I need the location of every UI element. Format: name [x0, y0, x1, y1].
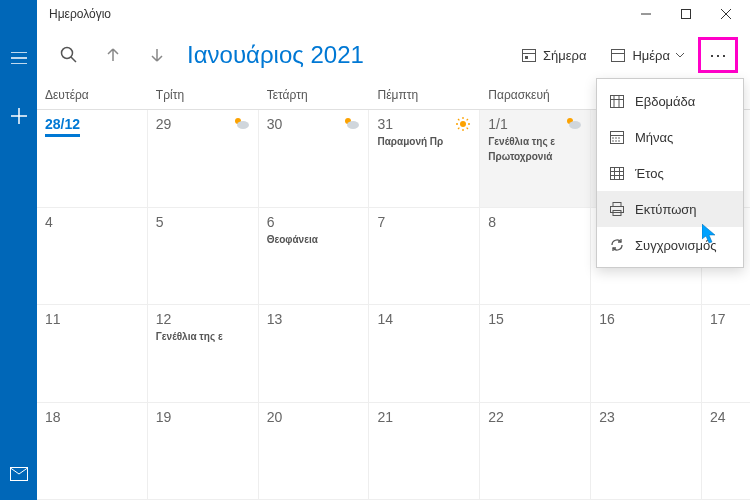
menu-item-label: Μήνας — [635, 130, 673, 145]
day-cell[interactable]: 19 — [148, 403, 259, 500]
svg-point-9 — [347, 121, 359, 129]
day-number: 20 — [267, 409, 283, 425]
weather-icon — [455, 116, 471, 132]
svg-point-2 — [62, 48, 73, 59]
svg-point-7 — [237, 121, 249, 129]
day-cell[interactable]: 31Παραμονή Πρ — [369, 110, 480, 207]
svg-point-12 — [569, 121, 581, 129]
mail-button[interactable] — [1, 456, 37, 492]
today-button[interactable]: Σήμερα — [511, 41, 596, 69]
more-button[interactable]: ⋯ — [698, 37, 738, 73]
day-number: 31 — [377, 116, 393, 132]
month-icon — [609, 129, 625, 145]
day-number: 16 — [599, 311, 615, 327]
weather-icon — [564, 116, 582, 130]
view-day-button[interactable]: Ημέρα — [600, 41, 694, 69]
close-button[interactable] — [706, 0, 746, 28]
prev-button[interactable] — [93, 35, 133, 75]
menu-item-month[interactable]: Μήνας — [597, 119, 743, 155]
event-label[interactable]: Γενέθλια της ε — [488, 136, 582, 147]
add-event-button[interactable] — [1, 98, 37, 134]
dow-header: Παρασκευή — [480, 82, 591, 109]
day-cell[interactable]: 5 — [148, 208, 259, 305]
minimize-button[interactable] — [626, 0, 666, 28]
menu-item-week[interactable]: Εβδομάδα — [597, 83, 743, 119]
day-number: 4 — [45, 214, 53, 230]
day-number: 28/12 — [45, 116, 80, 137]
weather-icon — [342, 116, 360, 130]
month-title[interactable]: Ιανουάριος 2021 — [187, 41, 507, 69]
menu-item-year[interactable]: Έτος — [597, 155, 743, 191]
menu-button[interactable] — [1, 40, 37, 76]
day-number: 8 — [488, 214, 496, 230]
dow-header: Τρίτη — [148, 82, 259, 109]
day-number: 23 — [599, 409, 615, 425]
event-label[interactable]: Πρωτοχρονιά — [488, 151, 582, 162]
menu-item-label: Εβδομάδα — [635, 94, 695, 109]
menu-item-print[interactable]: Εκτύπωση — [597, 191, 743, 227]
day-cell[interactable]: 6Θεοφάνεια — [259, 208, 370, 305]
day-number: 18 — [45, 409, 61, 425]
day-cell[interactable]: 28/12 — [37, 110, 148, 207]
day-number: 19 — [156, 409, 172, 425]
svg-point-10 — [460, 121, 466, 127]
day-cell[interactable]: 12Γενέθλια της ε — [148, 305, 259, 402]
day-number: 7 — [377, 214, 385, 230]
day-number: 24 — [710, 409, 726, 425]
day-cell[interactable]: 7 — [369, 208, 480, 305]
search-button[interactable] — [49, 35, 89, 75]
chevron-down-icon — [676, 53, 684, 58]
day-number: 21 — [377, 409, 393, 425]
svg-rect-3 — [522, 50, 535, 62]
day-cell[interactable]: 16 — [591, 305, 702, 402]
day-cell[interactable]: 22 — [480, 403, 591, 500]
svg-rect-1 — [682, 10, 691, 19]
menu-item-label: Έτος — [635, 166, 664, 181]
menu-item-label: Εκτύπωση — [635, 202, 697, 217]
day-cell[interactable]: 8 — [480, 208, 591, 305]
event-label[interactable]: Γενέθλια της ε — [156, 331, 250, 342]
weather-icon — [232, 116, 250, 130]
event-label[interactable]: Παραμονή Πρ — [377, 136, 471, 147]
day-cell[interactable]: 15 — [480, 305, 591, 402]
day-cell[interactable]: 1/1Γενέθλια της εΠρωτοχρονιά — [480, 110, 591, 207]
dow-header: Πέμπτη — [369, 82, 480, 109]
sync-icon — [609, 237, 625, 253]
day-number: 22 — [488, 409, 504, 425]
app-title: Ημερολόγιο — [49, 7, 111, 21]
cursor-icon — [702, 224, 718, 244]
svg-rect-13 — [611, 96, 624, 108]
menu-item-sync[interactable]: Συγχρονισμός — [597, 227, 743, 263]
day-cell[interactable]: 24 — [702, 403, 750, 500]
day-number: 11 — [45, 311, 61, 327]
day-cell[interactable]: 29 — [148, 110, 259, 207]
view-menu: ΕβδομάδαΜήναςΈτοςΕκτύπωσηΣυγχρονισμός — [596, 78, 744, 268]
day-number: 30 — [267, 116, 283, 132]
day-cell[interactable]: 17 — [702, 305, 750, 402]
svg-rect-23 — [611, 207, 624, 213]
day-cell[interactable]: 20 — [259, 403, 370, 500]
day-cell[interactable]: 13 — [259, 305, 370, 402]
dow-header: Τετάρτη — [259, 82, 370, 109]
day-number: 12 — [156, 311, 172, 327]
day-cell[interactable]: 30 — [259, 110, 370, 207]
day-cell[interactable]: 11 — [37, 305, 148, 402]
year-icon — [609, 165, 625, 181]
day-number: 6 — [267, 214, 275, 230]
svg-point-20 — [618, 140, 620, 142]
event-label[interactable]: Θεοφάνεια — [267, 234, 361, 245]
day-cell[interactable]: 18 — [37, 403, 148, 500]
day-cell[interactable]: 14 — [369, 305, 480, 402]
day-number: 14 — [377, 311, 393, 327]
day-cell[interactable]: 23 — [591, 403, 702, 500]
maximize-button[interactable] — [666, 0, 706, 28]
day-number: 13 — [267, 311, 283, 327]
day-cell[interactable]: 21 — [369, 403, 480, 500]
svg-rect-5 — [612, 50, 625, 62]
day-number: 29 — [156, 116, 172, 132]
svg-rect-21 — [611, 168, 624, 180]
svg-point-15 — [612, 137, 614, 139]
day-cell[interactable]: 4 — [37, 208, 148, 305]
next-button[interactable] — [137, 35, 177, 75]
day-number: 17 — [710, 311, 726, 327]
